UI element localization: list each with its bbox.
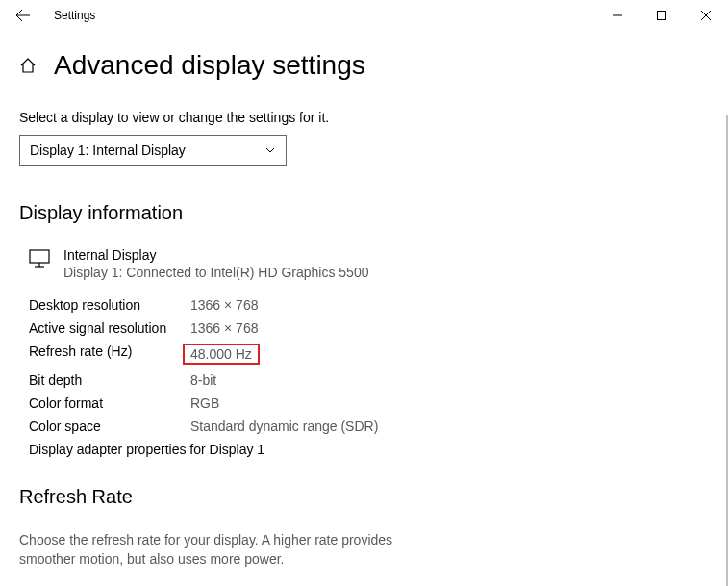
titlebar: Settings [0,0,728,31]
info-value: RGB [190,395,219,411]
monitor-icon [29,249,50,280]
display-info-table: Desktop resolution 1366 × 768 Active sig… [19,297,709,457]
page-title: Advanced display settings [54,50,365,81]
window-controls [595,0,728,31]
instruction-text: Select a display to view or change the s… [19,110,709,125]
info-row-refresh-rate: Refresh rate (Hz) 48.000 Hz [29,344,709,365]
display-name: Internal Display [63,247,368,263]
svg-rect-4 [30,250,49,263]
close-button[interactable] [684,0,728,31]
content-area: Advanced display settings Select a displ… [0,50,728,586]
display-header: Internal Display Display 1: Connected to… [19,247,709,280]
info-value: 8-bit [190,372,216,388]
minimize-button[interactable] [595,0,640,31]
header-row: Advanced display settings [19,50,709,81]
back-button[interactable] [8,0,38,31]
display-adapter-properties-link[interactable]: Display adapter properties for Display 1 [29,442,709,457]
app-title: Settings [54,9,95,22]
refresh-rate-heading: Refresh Rate [19,486,709,508]
svg-rect-1 [658,12,666,20]
info-label: Color format [29,395,190,411]
minimize-icon [613,11,622,20]
info-row-desktop-resolution: Desktop resolution 1366 × 768 [29,297,709,313]
info-value: Standard dynamic range (SDR) [190,419,378,434]
display-information-heading: Display information [19,202,709,224]
close-icon [701,11,711,20]
info-row-active-signal-resolution: Active signal resolution 1366 × 768 [29,320,709,336]
info-value: 1366 × 768 [190,320,258,336]
info-value: 1366 × 768 [190,297,258,313]
display-connection-info: Display 1: Connected to Intel(R) HD Grap… [63,265,368,280]
info-label: Bit depth [29,372,190,388]
info-label: Refresh rate (Hz) [29,344,190,365]
info-label: Active signal resolution [29,320,190,336]
info-row-color-format: Color format RGB [29,395,709,411]
refresh-rate-description: Choose the refresh rate for your display… [19,531,404,569]
dropdown-selected-value: Display 1: Internal Display [30,142,186,158]
home-button[interactable] [19,57,37,74]
home-icon [19,57,37,74]
maximize-icon [657,11,666,20]
info-label: Desktop resolution [29,297,190,313]
chevron-down-icon [264,144,276,156]
display-select-dropdown[interactable]: Display 1: Internal Display [19,135,287,166]
info-row-color-space: Color space Standard dynamic range (SDR) [29,419,709,434]
info-value-highlighted: 48.000 Hz [183,344,260,365]
back-arrow-icon [15,8,31,23]
info-row-bit-depth: Bit depth 8-bit [29,372,709,388]
maximize-button[interactable] [640,0,684,31]
info-label: Color space [29,419,190,434]
